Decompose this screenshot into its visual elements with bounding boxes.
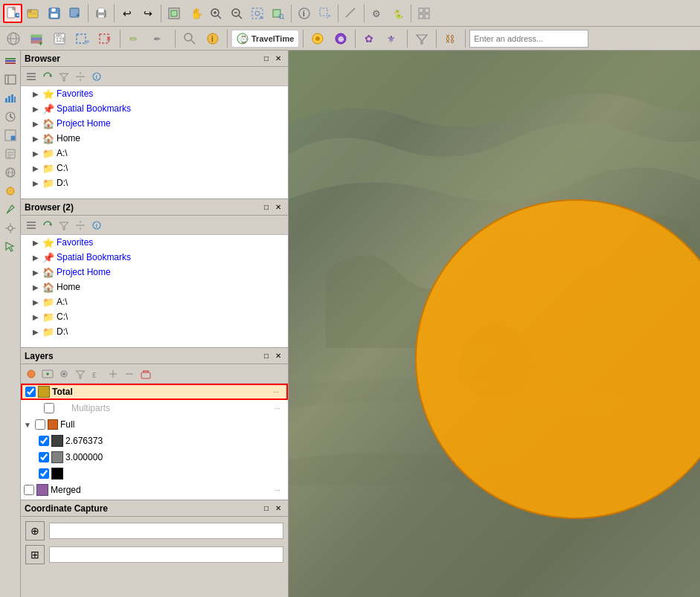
layers-filter-by-map[interactable]: ε xyxy=(89,367,104,381)
layers-close-button[interactable]: ✕ xyxy=(272,350,284,362)
layers-add-group[interactable] xyxy=(40,367,55,381)
browser2-project-home[interactable]: ▶ 🏠 Project Home xyxy=(21,265,288,280)
layers-manage-visibility[interactable] xyxy=(57,367,71,381)
browser2-restore-button[interactable]: □ xyxy=(260,201,272,213)
open-field-calc[interactable]: abc 123 xyxy=(49,30,70,48)
plugin5-button[interactable]: ⛓ xyxy=(440,30,461,48)
browser-close-button[interactable]: ✕ xyxy=(272,53,284,65)
full-expand[interactable]: ▼ xyxy=(24,421,33,429)
layer-value1[interactable]: 2.676373 xyxy=(21,433,288,449)
digitize-button[interactable]: ✏ xyxy=(124,30,147,48)
browser2-home[interactable]: ▶ 🏠 Home xyxy=(21,280,288,294)
layers-open-layer-styling[interactable] xyxy=(24,367,39,381)
traveltime-plugin-button[interactable]: ⌚ TravelTime xyxy=(231,30,299,48)
layer-full[interactable]: ▼ Full xyxy=(21,416,288,433)
layer-multiparts-options[interactable]: ⋯ xyxy=(270,401,285,416)
layer-merged-options[interactable]: ⋯ xyxy=(270,483,285,497)
layer-value3-checkbox[interactable] xyxy=(39,468,49,479)
digitize-left-btn[interactable] xyxy=(1,201,19,219)
browser-refresh[interactable] xyxy=(40,69,55,84)
plugin3-button[interactable]: ✿ xyxy=(359,30,380,48)
add-layer-button[interactable]: + xyxy=(26,30,47,48)
plugin4-button[interactable]: ⚜ xyxy=(382,30,403,48)
open-project-button[interactable] xyxy=(24,4,43,23)
measure-button[interactable] xyxy=(341,4,361,23)
browser-spatial-bookmarks[interactable]: ▶ 📌 Spatial Bookmarks xyxy=(21,101,288,116)
layers-restore-button[interactable]: □ xyxy=(260,350,272,362)
browser-collapse-all[interactable] xyxy=(24,69,39,84)
coord-close-button[interactable]: ✕ xyxy=(272,503,284,514)
layer-value3[interactable] xyxy=(21,465,288,482)
coord-restore-button[interactable]: □ xyxy=(260,503,272,514)
browser-filter[interactable] xyxy=(57,69,71,84)
undo-button[interactable]: ↩ xyxy=(118,4,137,23)
browser-a-drive[interactable]: ▶ 📁 A:\ xyxy=(21,146,288,161)
layer-value2-checkbox[interactable] xyxy=(39,452,49,462)
processing-button[interactable]: ⚙ xyxy=(367,4,387,23)
select-left-btn[interactable] xyxy=(1,238,19,256)
layer-multiparts-checkbox[interactable] xyxy=(44,403,54,413)
overview-btn[interactable] xyxy=(1,126,19,144)
browser-c-drive[interactable]: ▶ 📁 C:\ xyxy=(21,161,288,175)
search-locate-button[interactable] xyxy=(179,30,200,48)
coord-input1[interactable] xyxy=(49,523,283,539)
browser2-filter[interactable] xyxy=(57,218,71,233)
redo-button[interactable]: ↪ xyxy=(138,4,158,23)
python-button[interactable]: 🐍 xyxy=(388,4,408,23)
layers-filter-by-expression[interactable] xyxy=(73,367,88,381)
save-as-button[interactable]: + xyxy=(65,4,85,23)
coord-capture-button[interactable]: ⊕ xyxy=(25,521,45,540)
browser2-enable-properties[interactable]: i xyxy=(89,218,104,233)
browser2-collapse[interactable] xyxy=(73,218,88,233)
deselect-button[interactable] xyxy=(95,30,116,48)
browser-favorites[interactable]: ▶ ⭐ Favorites xyxy=(21,86,288,101)
temporal-btn[interactable] xyxy=(1,108,19,126)
plugin1-button[interactable] xyxy=(307,30,328,48)
browser2-collapse-all[interactable] xyxy=(24,218,39,233)
browser2-favorites[interactable]: ▶ ⭐ Favorites xyxy=(21,235,288,250)
layer-full-checkbox[interactable] xyxy=(35,419,45,430)
statistics-btn[interactable] xyxy=(1,89,19,107)
browser2-spatial-bookmarks[interactable]: ▶ 📌 Spatial Bookmarks xyxy=(21,250,288,265)
address-input[interactable] xyxy=(469,30,588,48)
layer-total-options[interactable]: ⋯ xyxy=(269,384,283,399)
coord-grid-button[interactable]: ⊞ xyxy=(25,545,45,564)
snapping-btn[interactable] xyxy=(1,219,19,237)
zoom-layer-button[interactable] xyxy=(269,4,288,23)
browser-project-home[interactable]: ▶ 🏠 Project Home xyxy=(21,116,288,131)
zoom-full-button[interactable] xyxy=(164,4,184,23)
plugin-left-btn[interactable] xyxy=(1,182,19,200)
browser-enable-properties[interactable]: i xyxy=(89,69,104,84)
plugin2-button[interactable]: ⊕ xyxy=(330,30,351,48)
layers-btn[interactable] xyxy=(1,52,19,70)
browser-home[interactable]: ▶ 🏠 Home xyxy=(21,131,288,146)
coord-input2[interactable] xyxy=(49,546,283,563)
zoom-out-button[interactable] xyxy=(227,4,246,23)
identify-button[interactable]: i xyxy=(295,4,314,23)
pan-button[interactable]: ✋ xyxy=(185,4,205,23)
browser2-a-drive[interactable]: ▶ 📁 A:\ xyxy=(21,294,288,309)
layers-expand-all[interactable] xyxy=(106,367,121,381)
browser-collapse[interactable] xyxy=(73,69,88,84)
new-project-button[interactable]: + xyxy=(3,4,22,23)
globe-btn[interactable] xyxy=(1,164,19,181)
grid-button[interactable] xyxy=(414,4,434,23)
select-rect-button[interactable]: ↗ xyxy=(72,30,93,48)
map-canvas[interactable] xyxy=(289,51,700,597)
browser-restore-button[interactable]: □ xyxy=(260,53,272,65)
hints-button[interactable]: i xyxy=(202,30,223,48)
layer-total-checkbox[interactable] xyxy=(25,387,36,397)
layer-multiparts[interactable]: Multiparts ⋯ xyxy=(21,400,288,416)
zoom-selection-button[interactable] xyxy=(248,4,267,23)
advanced-digitize-button[interactable]: ✒ xyxy=(149,30,171,48)
browser2-c-drive[interactable]: ▶ 📁 C:\ xyxy=(21,309,288,324)
filter-button[interactable] xyxy=(411,30,432,48)
crs-button[interactable] xyxy=(3,30,24,48)
layers-remove-layer[interactable] xyxy=(138,367,153,381)
layer-total[interactable]: Total ⋯ xyxy=(21,384,288,400)
browser2-d-drive[interactable]: ▶ 📁 D:\ xyxy=(21,324,288,339)
select-features-button[interactable]: ↗ xyxy=(315,4,335,23)
browser2-refresh[interactable] xyxy=(40,218,55,233)
log-messages-btn[interactable] xyxy=(1,145,19,163)
layer-value2[interactable]: 3.000000 xyxy=(21,449,288,465)
